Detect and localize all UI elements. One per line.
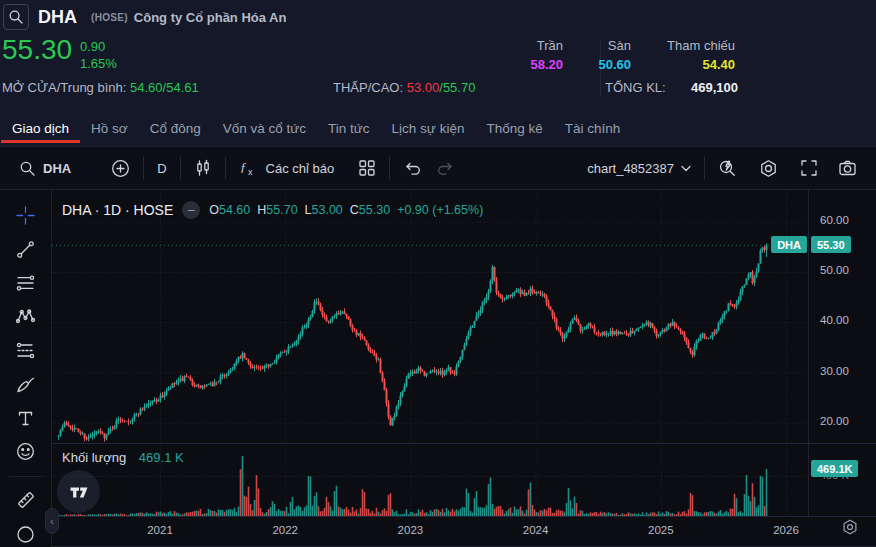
measure-tool-button[interactable]: [12, 488, 40, 514]
average-value: 54.61: [166, 80, 199, 95]
redo-button[interactable]: [429, 156, 462, 181]
brush-icon: [15, 374, 36, 395]
ruler-icon: [15, 489, 37, 511]
last-volume-badge: 469.1K: [811, 460, 858, 477]
floor-block: Sàn 50.60: [598, 38, 631, 72]
indicators-button[interactable]: ƒx Các chỉ báo: [232, 155, 342, 181]
svg-text:ƒ: ƒ: [240, 159, 247, 174]
symbol-row: DHA (HOSE) Công ty Cổ phần Hóa An: [3, 3, 286, 31]
tab-ho-so[interactable]: Hồ sơ: [80, 110, 139, 146]
pattern-tool-button[interactable]: [12, 304, 40, 330]
collapse-toolbar-handle[interactable]: ‹: [45, 508, 59, 534]
chart-layout-name: chart_4852387: [587, 161, 674, 176]
forecast-icon: [15, 340, 36, 361]
fib-retracement-tool-button[interactable]: [12, 270, 40, 296]
section-tabs: Giao dịch Hồ sơ Cổ đông Vốn và cổ tức Ti…: [0, 110, 631, 146]
tab-tin-tuc[interactable]: Tin tức: [317, 110, 381, 146]
chart-toolbar: DHA D ƒx Các chỉ báo chart_4852387: [0, 146, 876, 190]
magnet-icon: [15, 524, 36, 545]
legend-change: +0.90 (+1.65%): [397, 203, 483, 217]
brush-tool-button[interactable]: [12, 372, 40, 398]
layout-grid-icon: [358, 159, 376, 177]
open-average-label: MỞ CỬA/Trung bình:: [2, 80, 126, 95]
chart-layout-name-button[interactable]: chart_4852387: [580, 157, 698, 180]
legend-open: 54.60: [219, 203, 250, 217]
fib-lines-icon: [15, 273, 36, 294]
toolbar-divider: [704, 157, 705, 179]
floor-label: Sàn: [598, 38, 631, 53]
smiley-icon: [15, 441, 36, 462]
trend-line-icon: [15, 239, 36, 260]
undo-button[interactable]: [396, 156, 429, 181]
fullscreen-button[interactable]: [793, 155, 825, 181]
chart-plot-area[interactable]: DHA · 1D · HOSE – O54.60 H55.70 L53.00 C…: [52, 190, 808, 547]
tab-thong-ke[interactable]: Thống kê: [475, 110, 553, 146]
undo-icon: [403, 160, 422, 177]
floor-value: 50.60: [598, 57, 631, 72]
toolbar-divider: [180, 157, 181, 179]
magnet-tool-button[interactable]: [12, 521, 40, 547]
trend-line-tool-button[interactable]: [12, 237, 40, 263]
crosshair-tool-button[interactable]: [12, 203, 40, 229]
symbol-search-button[interactable]: [3, 4, 29, 30]
year-tick-label: 2026: [766, 524, 806, 536]
close-letter: C: [350, 203, 359, 217]
chart-settings-button[interactable]: [752, 155, 785, 182]
xabcd-pattern-icon: [15, 306, 36, 327]
price-axis[interactable]: 55.30 400 K 469.1K 60.0050.0040.0030.002…: [808, 190, 876, 516]
chart-widget: DHA · 1D · HOSE – O54.60 H55.70 L53.00 C…: [0, 190, 876, 547]
open-average-stat: MỞ CỬA/Trung bình: 54.60/54.61: [2, 80, 199, 95]
emoji-tool-button[interactable]: [12, 439, 40, 465]
stats-row: MỞ CỬA/Trung bình: 54.60/54.61 THẤP/CAO:…: [0, 80, 876, 97]
toolbar-divider: [389, 157, 390, 179]
chart-symbol-label: DHA: [43, 161, 71, 176]
price-change-block: 0.90 1.65%: [80, 38, 117, 72]
indicators-label: Các chỉ báo: [266, 161, 335, 176]
search-icon: [19, 160, 36, 177]
toolbar-divider: [9, 476, 43, 477]
axis-settings-button[interactable]: [841, 518, 859, 540]
tab-giao-dich[interactable]: Giao dịch: [1, 110, 80, 146]
reference-value: 54.40: [667, 57, 735, 72]
text-tool-button[interactable]: [12, 405, 40, 431]
search-icon: [8, 9, 24, 25]
high-letter: H: [257, 203, 266, 217]
toolbar-divider: [225, 157, 226, 179]
tab-co-dong[interactable]: Cổ đông: [139, 110, 212, 146]
high-value: 55.70: [443, 80, 476, 95]
year-tick-label: 2022: [265, 524, 305, 536]
chart-style-button[interactable]: [187, 155, 219, 181]
chart-symbol-search[interactable]: DHA: [12, 156, 78, 181]
price-volume-chart[interactable]: [52, 190, 808, 547]
tab-tai-chinh[interactable]: Tài chính: [554, 110, 632, 146]
legend-ohlc: O54.60 H55.70 L53.00 C55.30 +0.90 (+1.65…: [209, 203, 483, 217]
last-price-badge: 55.30: [811, 236, 851, 253]
svg-text:x: x: [248, 167, 253, 177]
legend-high: 55.70: [266, 203, 297, 217]
quick-search-button[interactable]: [711, 155, 744, 182]
price-tick-label: 60.00: [809, 214, 849, 226]
hide-series-button[interactable]: –: [182, 201, 200, 219]
pane-separator[interactable]: [52, 443, 876, 444]
plus-circle-icon: [111, 159, 130, 178]
stock-quote-app: DHA (HOSE) Công ty Cổ phần Hóa An 55.30 …: [0, 0, 876, 547]
layout-grid-button[interactable]: [351, 155, 383, 181]
legend-low: 53.00: [312, 203, 343, 217]
year-tick-label: 2024: [516, 524, 556, 536]
compare-add-symbol-button[interactable]: [104, 155, 137, 182]
symbol-title: DHA: [38, 7, 77, 28]
quick-search-icon: [718, 159, 737, 178]
projection-tool-button[interactable]: [12, 338, 40, 364]
legend-title[interactable]: DHA · 1D · HOSE: [62, 202, 173, 218]
chevron-down-icon: [681, 165, 691, 172]
time-axis[interactable]: 202120222023202420252026: [52, 517, 808, 547]
ceiling-label: Trần: [530, 38, 563, 53]
settings-hexagon-icon: [759, 159, 778, 178]
tab-lich-su-kien[interactable]: Lịch sự kiện: [381, 110, 476, 146]
price-tick-label: 40.00: [809, 314, 849, 326]
ticker-price-flag: DHA: [771, 236, 807, 253]
volume-value: 469.1 K: [139, 450, 184, 465]
interval-button[interactable]: D: [150, 157, 173, 180]
tab-von-va-co-tuc[interactable]: Vốn và cổ tức: [212, 110, 317, 146]
snapshot-button[interactable]: [831, 155, 864, 181]
